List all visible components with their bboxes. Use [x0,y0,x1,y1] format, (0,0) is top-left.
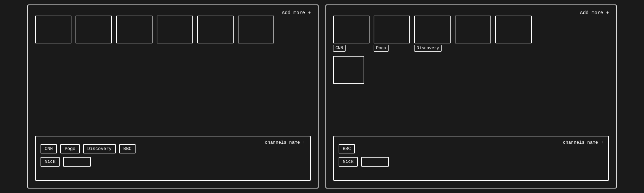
channel-tag-nick[interactable]: Nick [41,157,60,167]
right-thumb-cnn: CNN [333,16,369,84]
left-channels-box: channels name + CNN Pogo Discovery BBC N… [35,136,311,181]
right-channel-row1: BBC [339,144,603,153]
left-channel-row1: CNN Pogo Discovery BBC [41,144,305,153]
thumbnail-1[interactable] [35,16,71,43]
left-channel-row2: Nick [41,157,305,167]
right-panel: Add more + CNN Pogo Discovery channels n… [325,5,617,188]
left-panel: Add more + channels name + CNN Pogo Disc… [27,5,319,188]
right-thumbnail-extra1[interactable] [455,16,491,43]
channel-tag-discovery[interactable]: Discovery [83,144,116,153]
right-thumbnail-discovery[interactable] [414,16,451,43]
right-thumb-pogo: Pogo [374,16,410,84]
right-channel-row2: Nick [339,157,603,167]
channel-tag-pogo[interactable]: Pogo [60,144,79,153]
channel-tag-bbc[interactable]: BBC [119,144,136,153]
right-label-cnn: CNN [333,45,346,52]
right-add-more[interactable]: Add more + [580,10,609,16]
right-channel-tag-bbc[interactable]: BBC [339,144,355,153]
right-channels-label[interactable]: channels name + [563,140,603,145]
right-channel-tag-empty[interactable] [361,157,389,167]
right-label-pogo: Pogo [374,45,389,52]
right-channel-tag-nick[interactable]: Nick [339,157,358,167]
right-thumbnail-cnn[interactable] [333,16,369,43]
right-thumbnail-pogo[interactable] [374,16,410,43]
left-thumbnails-grid [35,16,311,43]
thumbnail-2[interactable] [76,16,112,43]
left-add-more[interactable]: Add more + [282,10,311,16]
thumbnail-4[interactable] [157,16,193,43]
right-sub-thumbnail-cnn[interactable] [333,56,364,84]
left-channels-label[interactable]: channels name + [265,140,305,145]
thumbnail-3[interactable] [116,16,153,43]
thumbnail-6[interactable] [238,16,274,43]
right-thumb-discovery: Discovery [414,16,451,84]
right-channels-box: channels name + BBC Nick [333,136,609,181]
channel-tag-empty[interactable] [63,157,91,167]
channel-tag-cnn[interactable]: CNN [41,144,57,153]
right-label-discovery: Discovery [414,45,442,52]
thumbnail-5[interactable] [197,16,234,43]
right-thumbnail-extra2[interactable] [495,16,532,43]
